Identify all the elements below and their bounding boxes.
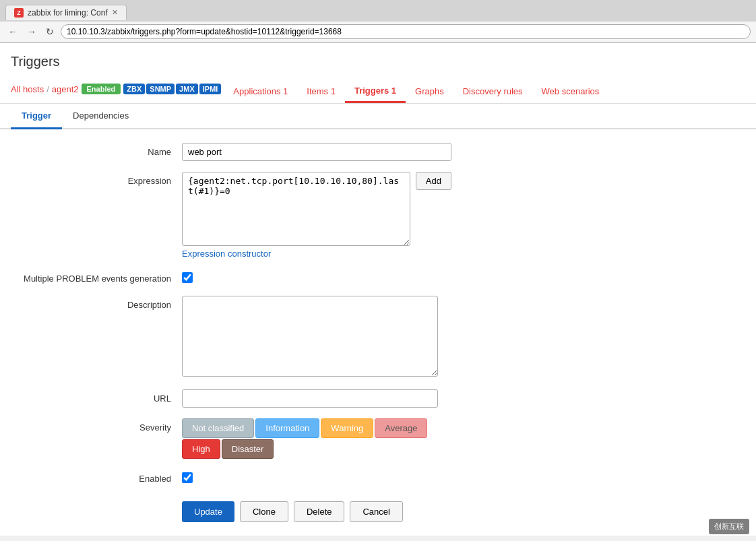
protocol-zbx: ZBX [123,84,145,94]
enabled-label: Enabled [20,470,182,484]
url-control [182,389,451,408]
url-row: URL [20,389,736,408]
clone-button[interactable]: Clone [240,501,288,522]
back-button[interactable]: ← [5,25,20,38]
form-container: Trigger Dependencies Name Expression {ag… [0,104,756,536]
breadcrumb: All hosts / agent2 Enabled ZBX SNMP JMX … [11,75,745,103]
breadcrumb-agent2[interactable]: agent2 [52,84,79,94]
tab-label: zabbix for liming: Conf [28,8,108,18]
browser-chrome: Z zabbix for liming: Conf ✕ ← → ↻ [0,0,756,43]
tab-favicon: Z [14,8,24,18]
url-field[interactable] [182,389,438,408]
page-title: Triggers [11,49,745,75]
form-tab-trigger[interactable]: Trigger [11,104,62,129]
severity-information[interactable]: Information [255,418,319,438]
update-button[interactable]: Update [182,501,234,522]
form-tab-dependencies[interactable]: Dependencies [62,104,139,129]
tab-triggers[interactable]: Triggers 1 [345,80,406,103]
tab-bar: Z zabbix for liming: Conf ✕ [0,0,756,22]
form-body: Name Expression {agent2:net.tcp.port[10.… [0,129,756,536]
protocol-ipmi: IPMI [199,84,222,94]
expression-row: Expression {agent2:net.tcp.port[10.10.10… [20,172,736,259]
reload-button[interactable]: ↻ [43,25,57,38]
multiple-problem-row: Multiple PROBLEM events generation [20,269,736,285]
severity-label: Severity [20,418,182,433]
forward-button[interactable]: → [24,25,39,38]
breadcrumb-separator: / [46,84,49,94]
name-label: Name [20,143,182,157]
severity-high[interactable]: High [182,439,220,459]
severity-buttons: Not classified Information Warning Avera… [182,418,451,459]
description-control [182,296,451,379]
expression-control: {agent2:net.tcp.port[10.10.10.10,80].las… [182,172,451,259]
tab-close-button[interactable]: ✕ [112,8,118,17]
nav-tabs: Applications 1 Items 1 Triggers 1 Graphs… [224,80,608,103]
url-label: URL [20,389,182,404]
protocol-tags: ZBX SNMP JMX IPMI [123,84,221,94]
expression-label: Expression [20,172,182,186]
tab-graphs[interactable]: Graphs [406,81,453,103]
expression-textarea[interactable]: {agent2:net.tcp.port[10.10.10.10,80].las… [182,172,410,246]
add-button[interactable]: Add [416,172,451,190]
severity-average[interactable]: Average [375,418,427,438]
cancel-button[interactable]: Cancel [350,501,402,522]
browser-tab[interactable]: Z zabbix for liming: Conf ✕ [5,5,127,20]
name-row: Name [20,143,736,161]
tab-discovery-rules[interactable]: Discovery rules [453,81,532,103]
delete-button[interactable]: Delete [294,501,345,522]
description-textarea[interactable] [182,296,438,377]
multiple-problem-checkbox[interactable] [182,272,193,283]
form-tabs: Trigger Dependencies [0,104,756,129]
watermark: 创新互联 [709,519,749,534]
multiple-problem-control [182,269,451,285]
severity-disaster[interactable]: Disaster [222,439,274,459]
tab-items[interactable]: Items 1 [297,81,345,103]
description-row: Description [20,296,736,379]
address-bar: ← → ↻ [0,22,756,42]
enabled-control [182,470,451,485]
enabled-checkbox[interactable] [182,472,193,483]
name-input[interactable] [182,143,451,161]
multiple-problem-label: Multiple PROBLEM events generation [20,269,182,284]
breadcrumb-all-hosts[interactable]: All hosts [11,84,44,94]
expression-constructor-link[interactable]: Expression constructor [182,249,451,259]
protocol-jmx: JMX [176,84,198,94]
severity-warning[interactable]: Warning [321,418,373,438]
action-buttons: Update Clone Delete Cancel [20,501,736,522]
page-header: Triggers All hosts / agent2 Enabled ZBX … [0,43,756,104]
status-enabled-badge: Enabled [82,84,121,94]
severity-not-classified[interactable]: Not classified [182,418,254,438]
name-control [182,143,451,161]
tab-web-scenarios[interactable]: Web scenarios [532,81,609,103]
url-input[interactable] [61,24,751,39]
severity-control: Not classified Information Warning Avera… [182,418,451,459]
description-label: Description [20,296,182,310]
severity-row: Severity Not classified Information Warn… [20,418,736,459]
tab-applications[interactable]: Applications 1 [224,81,297,103]
enabled-row: Enabled [20,470,736,485]
page-content: Triggers All hosts / agent2 Enabled ZBX … [0,43,756,541]
protocol-snmp: SNMP [146,84,175,94]
